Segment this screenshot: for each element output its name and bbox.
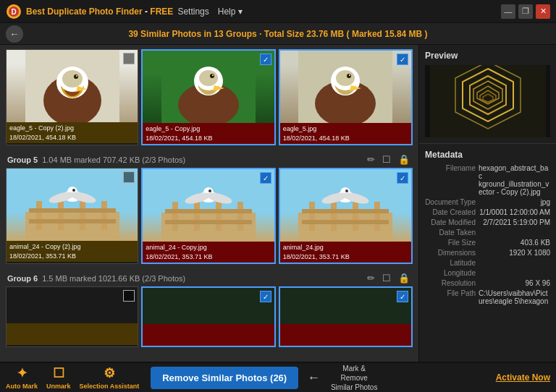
photo-thumbnail: [280, 288, 411, 324]
svg-rect-51: [165, 209, 252, 213]
group-lock-button[interactable]: 🔒: [397, 273, 411, 284]
group-header-left: Group 5 1.04 MB marked 707.42 KB (2/3 Ph…: [7, 155, 185, 164]
metadata-section: Metadata Filename hexagon_abstract_bac k…: [419, 144, 556, 362]
svg-point-56: [208, 189, 211, 192]
svg-point-21: [212, 74, 214, 76]
photo-checkbox[interactable]: [123, 53, 135, 64]
group-check-button[interactable]: ☐: [381, 154, 392, 165]
selection-assistant-label: Selection Assistant: [80, 383, 140, 390]
meta-val: jpg: [541, 198, 550, 206]
back-button[interactable]: ←: [6, 25, 23, 43]
svg-text:D: D: [11, 8, 16, 16]
group-info: 1.5 MB marked 1021.66 KB (2/3 Photos): [42, 274, 185, 283]
svg-rect-36: [101, 201, 107, 230]
photo-thumbnail: [280, 51, 411, 123]
activate-now-button[interactable]: Activate Now: [496, 372, 550, 383]
meta-filesize-row: File Size 403.6 KB: [425, 239, 550, 247]
svg-rect-50: [237, 202, 243, 231]
svg-point-9: [62, 70, 83, 88]
metadata-title: Metadata: [425, 150, 550, 160]
photo-checkbox[interactable]: [397, 54, 408, 65]
photo-checkbox[interactable]: [397, 291, 408, 302]
photo-caption: eagle_5 - Copy (2).jpg18/02/2021, 454.18…: [7, 122, 138, 143]
svg-rect-35: [80, 201, 85, 230]
minimize-button[interactable]: —: [501, 4, 515, 19]
svg-rect-66: [302, 220, 389, 224]
meta-datecreated-row: Date Created 1/1/0001 12:00:00 AM: [425, 208, 550, 216]
photo-thumbnail: [7, 169, 138, 241]
group-header-right: ✏ ☐ 🔒: [366, 273, 411, 284]
svg-point-29: [347, 74, 351, 78]
photo-row-group6: [6, 286, 413, 346]
unmark-button[interactable]: ☐ Unmark: [46, 365, 71, 390]
photo-checkbox[interactable]: [260, 54, 271, 65]
title-bar-left: D Best Duplicate Photo Finder - FREE Set…: [6, 4, 243, 20]
photo-item[interactable]: [141, 286, 275, 346]
group-edit-button[interactable]: ✏: [366, 154, 376, 165]
photo-checkbox[interactable]: [123, 290, 135, 302]
photo-item[interactable]: eagle_5.jpg18/02/2021, 454.18 KB: [279, 49, 413, 145]
remove-similar-button[interactable]: Remove Similar Photos (26): [151, 367, 298, 389]
meta-datetaken-row: Date Taken: [425, 229, 550, 237]
photo-checkbox[interactable]: [260, 172, 271, 184]
meta-key: File Size: [425, 239, 476, 247]
group-check-button[interactable]: ☐: [381, 273, 392, 284]
photo-checkbox[interactable]: [260, 291, 271, 302]
meta-key: Filename: [425, 164, 476, 196]
meta-dimensions-row: Dimensions 1920 X 1080: [425, 249, 550, 257]
meta-val: hexagon_abstract_bac kground_illustratio…: [479, 164, 550, 196]
mark-remove-label: Mark & RemoveSimilar Photos: [329, 364, 379, 392]
nav-menu: Settings Help ▾: [177, 7, 242, 17]
photo-row-group5: animal_24 - Copy (2).jpg18/02/2021, 353.…: [6, 168, 413, 264]
photo-group-6: Group 6 1.5 MB marked 1021.66 KB (2/3 Ph…: [6, 270, 413, 346]
svg-rect-62: [331, 202, 337, 231]
meta-resolution-row: Resolution 96 X 96: [425, 279, 550, 287]
group-edit-button[interactable]: ✏: [366, 273, 376, 284]
svg-rect-49: [216, 202, 222, 231]
svg-rect-38: [29, 219, 116, 223]
svg-point-18: [199, 70, 218, 86]
meta-key: Latitude: [425, 259, 476, 267]
meta-key: Date Modified: [425, 218, 476, 226]
photo-thumbnail: [143, 51, 274, 123]
photo-item[interactable]: [6, 286, 138, 346]
photo-group-top: eagle_5 - Copy (2).jpg18/02/2021, 454.18…: [6, 49, 413, 145]
photo-thumbnail: [143, 169, 274, 242]
settings-menu[interactable]: Settings: [177, 7, 208, 17]
restore-button[interactable]: ❐: [518, 4, 533, 19]
photo-caption: eagle_5.jpg18/02/2021, 454.18 KB: [280, 123, 411, 144]
meta-filename-row: Filename hexagon_abstract_bac kground_il…: [425, 164, 550, 196]
svg-rect-65: [302, 209, 389, 213]
meta-datemodified-row: Date Modified 2/7/2021 5:19:00 PM: [425, 218, 550, 226]
subheader: ← 39 Similar Photos in 13 Groups · Total…: [0, 23, 556, 45]
automark-button[interactable]: ✦ Auto Mark: [6, 365, 38, 390]
svg-rect-52: [165, 220, 252, 224]
app-title: Best Duplicate Photo Finder - FREE: [26, 7, 173, 17]
svg-rect-63: [353, 202, 358, 231]
left-panel: eagle_5 - Copy (2).jpg18/02/2021, 454.18…: [0, 45, 418, 362]
svg-point-42: [72, 189, 75, 192]
photo-item[interactable]: animal_24 - Copy.jpg18/02/2021, 353.71 K…: [141, 168, 275, 264]
group-5-header: Group 5 1.04 MB marked 707.42 KB (2/3 Ph…: [6, 151, 413, 168]
selection-assistant-icon: ⚙: [104, 365, 115, 381]
group-lock-button[interactable]: 🔒: [397, 154, 411, 165]
photo-item[interactable]: animal_24.jpg18/02/2021, 353.71 KB: [279, 168, 413, 264]
preview-image: [425, 65, 550, 137]
photo-item[interactable]: eagle_5 - Copy (2).jpg18/02/2021, 454.18…: [6, 49, 138, 145]
photo-thumbnail: [280, 169, 411, 242]
photo-item[interactable]: [279, 286, 413, 346]
group-6-header: Group 6 1.5 MB marked 1021.66 KB (2/3 Ph…: [6, 270, 413, 286]
preview-section: Preview: [419, 45, 556, 144]
selection-assistant-button[interactable]: ⚙ Selection Assistant: [80, 365, 140, 390]
group-title: Group 5: [7, 155, 38, 164]
photo-checkbox[interactable]: [397, 172, 408, 184]
close-button[interactable]: ✕: [536, 4, 550, 19]
svg-rect-37: [29, 208, 116, 213]
help-menu[interactable]: Help ▾: [218, 7, 243, 17]
meta-latitude-row: Latitude: [425, 259, 550, 267]
photo-item[interactable]: eagle_5 - Copy.jpg18/02/2021, 454.18 KB: [141, 49, 275, 145]
photo-item[interactable]: animal_24 - Copy (2).jpg18/02/2021, 353.…: [6, 168, 138, 264]
photo-checkbox[interactable]: [123, 171, 135, 183]
meta-key: Dimensions: [425, 249, 476, 257]
bottom-toolbar: ✦ Auto Mark ☐ Unmark ⚙ Selection Assista…: [0, 362, 556, 392]
